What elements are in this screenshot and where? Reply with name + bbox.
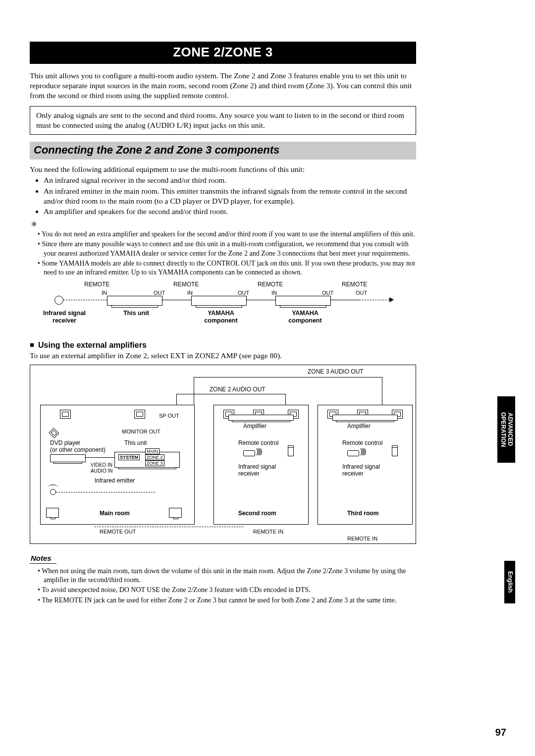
diagram-label: REMOTE [258, 281, 283, 288]
ir-emitter-icon [50, 489, 56, 495]
diagram-label: REMOTE IN [347, 536, 377, 541]
wave-icon: )))) [360, 447, 366, 455]
diagram-line [382, 377, 382, 405]
hints-list: You do not need an extra amplifier and s… [30, 230, 416, 277]
page-title: ZONE 2/ZONE 3 [30, 42, 416, 64]
diagram-label: ZONE 3 [145, 460, 164, 466]
diagram-label: REMOTE IN [253, 529, 283, 535]
diagram-line [95, 527, 243, 527]
list-item: When not using the main room, turn down … [38, 567, 416, 585]
sub-text: To use an external amplifier in Zone 2, … [30, 351, 416, 361]
remote-chain-diagram: REMOTE REMOTE REMOTE REMOTE IN OUT IN OU… [30, 281, 416, 335]
dvd-box-icon [50, 454, 86, 462]
remote-icon [243, 450, 255, 456]
diagram-label: REMOTE OUT [100, 529, 136, 535]
diagram-label: Second room [238, 510, 276, 517]
ir-receiver-icon [54, 296, 63, 305]
diagram-line [161, 300, 191, 300]
tv-icon [169, 508, 182, 518]
diagram-label: Infrared signal receiver [342, 463, 380, 477]
side-tab-english: English [504, 561, 515, 603]
list-item: To avoid unexpected noise, DO NOT USE th… [38, 586, 416, 594]
diagram-label: ZONE 2 [145, 454, 164, 460]
diagram-label: DVD player (or other component) [50, 439, 106, 453]
notes-heading: Notes [30, 554, 56, 564]
remote-icon [347, 450, 359, 456]
subheading-external-amp: ■Using the external amplifiers [30, 340, 416, 350]
section-heading: Connecting the Zone 2 and Zone 3 compone… [30, 142, 416, 160]
diagram-line [246, 300, 275, 300]
diagram-label: Infrared signal receiver [238, 463, 276, 477]
diagram-label: Remote control [342, 439, 382, 446]
diagram-line [194, 377, 382, 378]
multiroom-diagram: ZONE 3 AUDIO OUT ZONE 2 AUDIO OUT SP OUT… [30, 365, 416, 544]
component-icon [191, 296, 247, 306]
diagram-line [285, 394, 286, 405]
diagram-label: SYSTEM [118, 454, 140, 460]
hint-icon: ✳ [31, 219, 416, 229]
speaker-icon [60, 410, 71, 419]
diagram-label: Amplifier [243, 423, 267, 430]
diagram-label: MONITOR OUT [122, 429, 160, 434]
diagram-line [176, 394, 285, 394]
subheading-text: Using the external amplifiers [38, 341, 147, 349]
diagram-line [56, 492, 155, 492]
page-number: 97 [495, 727, 506, 738]
diagram-label: IN [271, 290, 277, 296]
notes-list: When not using the main room, turn down … [30, 567, 416, 605]
diagram-label: REMOTE [173, 281, 199, 288]
diagram-caption: Infrared signal receiver [40, 310, 89, 324]
equipment-list: An infrared signal receiver in the secon… [30, 175, 416, 216]
diagram-label: OUT [154, 290, 165, 296]
list-item: An amplifier and speakers for the second… [44, 207, 416, 216]
diagram-label: Main room [100, 510, 130, 517]
intro-paragraph: This unit allows you to configure a mult… [30, 71, 416, 100]
diagram-label: SP OUT [159, 413, 179, 419]
wave-icon: )))) [256, 447, 262, 455]
diagram-label: OUT [356, 290, 367, 296]
amplifier-box-icon [228, 415, 294, 421]
side-tab-advanced: ADVANCED OPERATION [497, 396, 515, 463]
ir-receiver-icon [288, 447, 294, 456]
diagram-label: IN [187, 290, 193, 296]
info-box: Only analog signals are sent to the seco… [30, 106, 416, 135]
diagram-line [360, 300, 389, 300]
diagram-label: ZONE 2 AUDIO OUT [210, 386, 266, 393]
diagram-label: Remote control [238, 439, 278, 446]
diagram-label: MAIN [145, 448, 160, 454]
diagram-label: REMOTE [84, 281, 109, 288]
component-icon [275, 296, 331, 306]
list-item: An infrared signal receiver in the secon… [44, 175, 416, 185]
diagram-label: OUT [238, 290, 249, 296]
diagram-line [194, 377, 194, 405]
diagram-label: ZONE 3 AUDIO OUT [308, 368, 364, 375]
diagram-label: IN [102, 290, 107, 296]
diagram-caption: YAMAHA component [280, 310, 330, 324]
square-bullet-icon: ■ [30, 340, 34, 349]
amplifier-box-icon [332, 415, 398, 421]
unit-icon [107, 296, 162, 306]
diagram-label: Infrared emitter [95, 477, 135, 484]
diagram-line [176, 394, 177, 405]
diagram-label: Amplifier [347, 423, 371, 430]
arrow-icon [389, 297, 394, 302]
tv-icon [46, 508, 59, 518]
diagram-label: REMOTE [342, 281, 367, 288]
diagram-line [85, 457, 114, 458]
list-item: Some YAMAHA models are able to connect d… [38, 259, 416, 277]
ir-receiver-icon [392, 447, 398, 456]
diagram-line [63, 300, 107, 300]
equip-intro: You need the following additional equipm… [30, 164, 416, 174]
diagram-label: VIDEO IN [91, 462, 112, 468]
diagram-caption: This unit [114, 310, 159, 317]
speaker-icon [134, 410, 145, 419]
list-item: You do not need an extra amplifier and s… [38, 230, 416, 239]
diagram-label: Third room [347, 510, 378, 517]
diagram-label: This unit [124, 439, 147, 446]
diagram-label: OUT [322, 290, 333, 296]
diagram-line [330, 300, 360, 300]
list-item: Since there are many possible ways to co… [38, 240, 416, 258]
list-item: The REMOTE IN jack can be used for eithe… [38, 596, 416, 605]
diagram-caption: YAMAHA component [196, 310, 246, 324]
diagram-label: AUDIO IN [91, 468, 112, 474]
